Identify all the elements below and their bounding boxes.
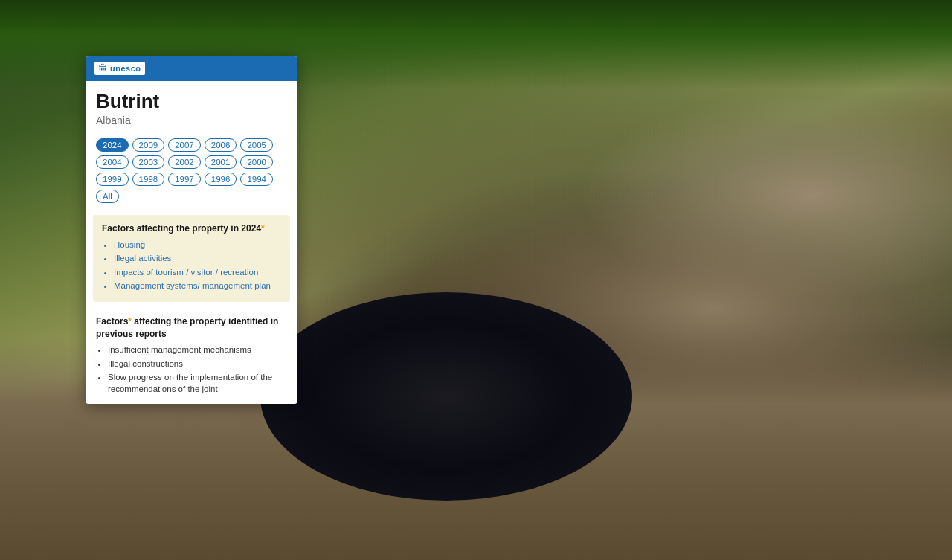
year-filters: 2024 2009 2007 2006 2005 2004 2003 2002 …: [86, 135, 298, 209]
factors-previous-list: Insufficient management mechanisms Illeg…: [96, 344, 287, 395]
year-pill-all[interactable]: All: [96, 190, 119, 203]
info-panel: 🏛 unesco Butrint Albania 2024 2009 2007 …: [86, 56, 298, 404]
year-pill-2009[interactable]: 2009: [132, 138, 165, 152]
factors-previous-section: Factors* affecting the property identifi…: [86, 308, 298, 404]
factors-current-list: Housing Illegal activities Impacts of to…: [102, 239, 281, 292]
year-pill-1997[interactable]: 1997: [168, 173, 201, 186]
year-pill-1994[interactable]: 1994: [240, 173, 273, 186]
list-item: Illegal activities: [114, 253, 281, 265]
unesco-logo: 🏛 unesco: [94, 62, 145, 75]
panel-header: 🏛 unesco: [86, 56, 298, 81]
asterisk-previous: *: [128, 316, 132, 326]
year-pill-1996[interactable]: 1996: [205, 173, 237, 186]
year-pill-2000[interactable]: 2000: [240, 155, 273, 169]
list-item: Insufficient management mechanisms: [108, 344, 287, 356]
list-item: Impacts of tourism / visitor / recreatio…: [114, 267, 281, 279]
factors-current-title: Factors affecting the property in 2024*: [102, 222, 281, 235]
year-pill-2004[interactable]: 2004: [96, 155, 129, 169]
year-pill-2007[interactable]: 2007: [168, 138, 201, 152]
year-pill-1998[interactable]: 1998: [132, 173, 165, 186]
unesco-text: unesco: [110, 64, 141, 73]
list-item: Illegal constructions: [108, 358, 287, 370]
site-name: Butrint: [86, 81, 298, 115]
year-pill-1999[interactable]: 1999: [96, 173, 129, 186]
site-country: Albania: [86, 115, 298, 135]
factors-previous-title: Factors* affecting the property identifi…: [96, 315, 287, 341]
water-pool: [260, 292, 632, 501]
year-pill-2006[interactable]: 2006: [205, 138, 237, 152]
list-item: Management systems/ management plan: [114, 280, 281, 292]
year-pill-2005[interactable]: 2005: [240, 138, 273, 152]
list-item: Housing: [114, 239, 281, 251]
temple-icon: 🏛: [98, 63, 107, 74]
list-item: Slow progress on the implementation of t…: [108, 372, 287, 395]
asterisk-current: *: [261, 223, 265, 234]
year-pill-2024[interactable]: 2024: [96, 138, 129, 152]
year-pill-2003[interactable]: 2003: [132, 155, 165, 169]
year-pill-2002[interactable]: 2002: [168, 155, 201, 169]
year-pill-2001[interactable]: 2001: [205, 155, 237, 169]
factors-current-section: Factors affecting the property in 2024* …: [93, 215, 290, 302]
